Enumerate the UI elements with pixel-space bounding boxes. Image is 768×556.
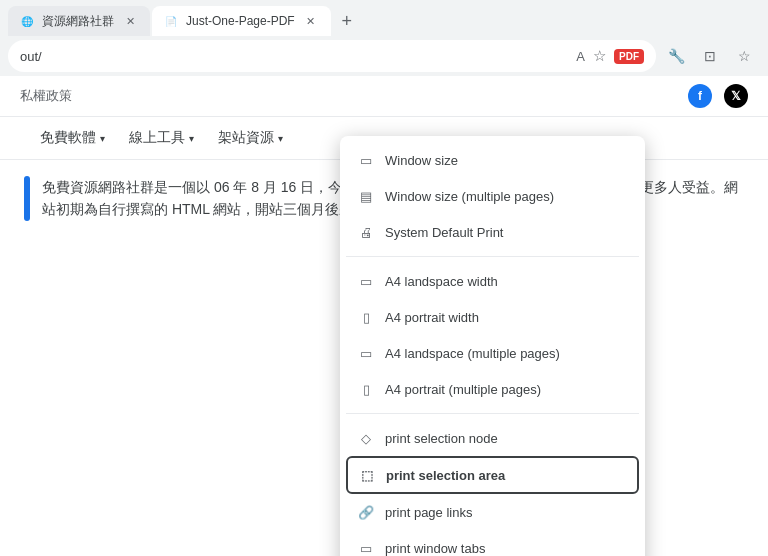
- dropdown-item-a4-landscape-width[interactable]: ▭ A4 landspace width: [346, 263, 639, 299]
- page-content: 私權政策 f 𝕏 免費軟體 ▾ 線上工具 ▾ 架站資源 ▾ 免費資源網路社群是一…: [0, 76, 768, 556]
- window-size-label: Window size: [385, 153, 458, 168]
- print-selection-node-icon: ◇: [357, 429, 375, 447]
- dropdown-menu: ▭ Window size ▤ Window size (multiple pa…: [340, 136, 645, 556]
- tab-active[interactable]: 📄 Just-One-Page-PDF ✕: [152, 6, 331, 36]
- a4-landscape-width-icon: ▭: [357, 272, 375, 290]
- a4-portrait-width-label: A4 portrait width: [385, 310, 479, 325]
- dropdown-item-window-size-multi[interactable]: ▤ Window size (multiple pages): [346, 178, 639, 214]
- split-icon[interactable]: ⊡: [694, 40, 726, 72]
- menu-section-a4: ▭ A4 landspace width ▯ A4 portrait width…: [346, 263, 639, 407]
- print-window-tabs-label: print window tabs: [385, 541, 485, 556]
- a4-landscape-multi-icon: ▭: [357, 344, 375, 362]
- print-selection-area-label: print selection area: [386, 468, 505, 483]
- a4-landscape-width-label: A4 landspace width: [385, 274, 498, 289]
- address-bar[interactable]: out/ A ☆ PDF: [8, 40, 656, 72]
- print-page-links-label: print page links: [385, 505, 472, 520]
- dropdown-item-a4-portrait-width[interactable]: ▯ A4 portrait width: [346, 299, 639, 335]
- window-size-icon: ▭: [357, 151, 375, 169]
- tab2-favicon: 📄: [164, 14, 178, 28]
- system-default-label: System Default Print: [385, 225, 504, 240]
- menu-divider-2: [346, 413, 639, 414]
- tab2-title: Just-One-Page-PDF: [186, 14, 295, 28]
- dropdown-item-window-size[interactable]: ▭ Window size: [346, 142, 639, 178]
- dropdown-overlay: ▭ Window size ▤ Window size (multiple pa…: [0, 76, 768, 556]
- print-window-tabs-icon: ▭: [357, 539, 375, 556]
- tab1-close-button[interactable]: ✕: [122, 13, 138, 29]
- print-selection-area-icon: ⬚: [358, 466, 376, 484]
- a4-landscape-multi-label: A4 landspace (multiple pages): [385, 346, 560, 361]
- menu-section-print: ◇ print selection node ⬚ print selection…: [346, 420, 639, 556]
- tab1-title: 資源網路社群: [42, 13, 114, 30]
- tab2-close-button[interactable]: ✕: [303, 13, 319, 29]
- browser-chrome: 🌐 資源網路社群 ✕ 📄 Just-One-Page-PDF ✕ + out/ …: [0, 0, 768, 76]
- dropdown-item-a4-portrait-multi[interactable]: ▯ A4 portrait (multiple pages): [346, 371, 639, 407]
- a4-portrait-multi-label: A4 portrait (multiple pages): [385, 382, 541, 397]
- tab-inactive[interactable]: 🌐 資源網路社群 ✕: [8, 6, 150, 36]
- bookmark-icon[interactable]: ☆: [593, 47, 606, 65]
- dropdown-item-system-default[interactable]: 🖨 System Default Print: [346, 214, 639, 250]
- dropdown-item-print-window-tabs[interactable]: ▭ print window tabs: [346, 530, 639, 556]
- tab1-favicon: 🌐: [20, 14, 34, 28]
- a4-portrait-width-icon: ▯: [357, 308, 375, 326]
- a4-portrait-multi-icon: ▯: [357, 380, 375, 398]
- dropdown-item-print-selection-node[interactable]: ◇ print selection node: [346, 420, 639, 456]
- pdf-badge[interactable]: PDF: [614, 49, 644, 64]
- dropdown-item-a4-landscape-multi[interactable]: ▭ A4 landspace (multiple pages): [346, 335, 639, 371]
- toolbar-icons: 🔧 ⊡ ☆: [660, 40, 760, 72]
- menu-section-size: ▭ Window size ▤ Window size (multiple pa…: [346, 142, 639, 250]
- menu-divider-1: [346, 256, 639, 257]
- window-size-multi-icon: ▤: [357, 187, 375, 205]
- dropdown-item-print-selection-area[interactable]: ⬚ print selection area: [346, 456, 639, 494]
- system-print-icon: 🖨: [357, 223, 375, 241]
- address-bar-row: out/ A ☆ PDF 🔧 ⊡ ☆: [0, 36, 768, 76]
- profile-icon[interactable]: ☆: [728, 40, 760, 72]
- tab-bar: 🌐 資源網路社群 ✕ 📄 Just-One-Page-PDF ✕ +: [0, 0, 768, 36]
- new-tab-button[interactable]: +: [333, 7, 361, 35]
- translate-icon[interactable]: A: [576, 49, 585, 64]
- print-page-links-icon: 🔗: [357, 503, 375, 521]
- extensions-icon[interactable]: 🔧: [660, 40, 692, 72]
- dropdown-item-print-page-links[interactable]: 🔗 print page links: [346, 494, 639, 530]
- window-size-multi-label: Window size (multiple pages): [385, 189, 554, 204]
- address-text: out/: [20, 49, 568, 64]
- print-selection-node-label: print selection node: [385, 431, 498, 446]
